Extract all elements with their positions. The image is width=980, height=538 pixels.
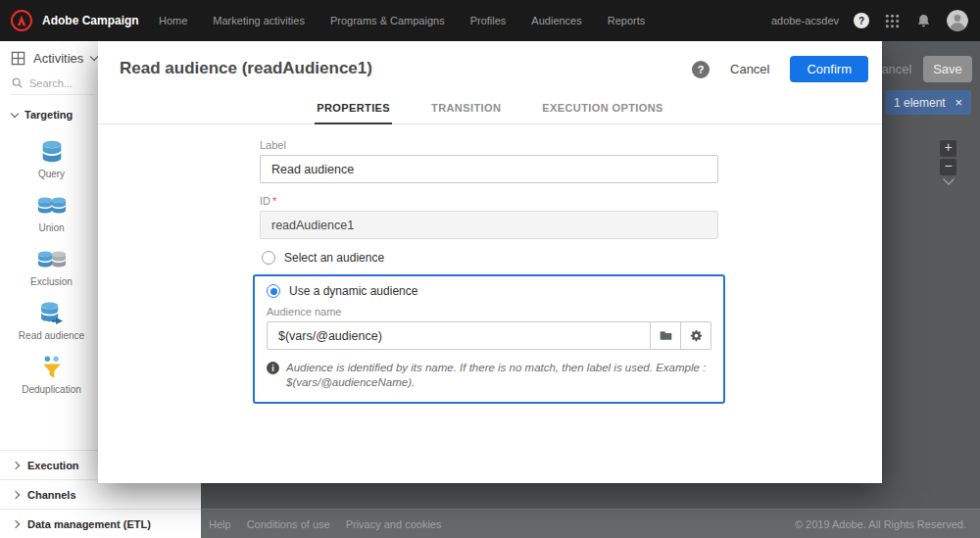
chevron-down-icon[interactable] bbox=[943, 173, 954, 184]
union-databases-icon bbox=[38, 192, 66, 220]
advanced-settings-button[interactable] bbox=[681, 321, 711, 350]
nav-home[interactable]: Home bbox=[159, 15, 187, 26]
radio-select-an-audience[interactable]: Select an audience bbox=[262, 251, 718, 265]
adobe-campaign-logo-icon bbox=[10, 9, 33, 32]
topbar-right: adobe-acsdev ? bbox=[771, 10, 980, 31]
nav-audiences[interactable]: Audiences bbox=[531, 15, 581, 26]
database-icon bbox=[38, 138, 66, 166]
close-icon[interactable]: × bbox=[955, 95, 962, 110]
user-avatar[interactable] bbox=[947, 10, 968, 31]
read-audience-database-icon bbox=[38, 300, 66, 327]
sidebar-item-read-audience[interactable]: Read audience bbox=[0, 300, 103, 341]
chevron-right-icon bbox=[12, 461, 20, 468]
help-icon[interactable]: ? bbox=[692, 61, 710, 78]
workflow-save-button[interactable]: Save bbox=[923, 56, 972, 82]
tab-properties[interactable]: PROPERTIES bbox=[315, 94, 392, 124]
audience-hint: Audience is identified by its name. If t… bbox=[267, 361, 711, 390]
item-label: Read audience bbox=[19, 330, 84, 341]
section-label: Channels bbox=[27, 489, 76, 501]
sidebar-item-union[interactable]: Union bbox=[0, 192, 103, 233]
help-icon[interactable]: ? bbox=[854, 13, 869, 28]
item-label: Union bbox=[38, 222, 64, 233]
nav-programs-campaigns[interactable]: Programs & Campaigns bbox=[330, 15, 445, 26]
item-label: Exclusion bbox=[30, 276, 73, 287]
item-label: Query bbox=[38, 169, 65, 179]
id-label-text: ID bbox=[260, 195, 270, 207]
folder-icon bbox=[659, 328, 673, 343]
dialog-header: Read audience (readAudience1) ? Cancel C… bbox=[98, 41, 882, 90]
chevron-right-icon bbox=[12, 490, 20, 498]
dialog-title: Read audience (readAudience1) bbox=[120, 59, 372, 78]
sidebar-search bbox=[11, 76, 95, 95]
footer-link-help[interactable]: Help bbox=[209, 518, 231, 530]
search-input[interactable] bbox=[29, 77, 86, 89]
canvas-zoom-controls: + − bbox=[940, 140, 956, 183]
notifications-bell-icon[interactable] bbox=[915, 13, 932, 29]
targeting-items: Query Union Exclusion Read audience bbox=[0, 124, 103, 408]
radio-label: Use a dynamic audience bbox=[289, 284, 417, 298]
confirm-button[interactable]: Confirm bbox=[790, 56, 868, 82]
topbar: Adobe Campaign Home Marketing activities… bbox=[0, 0, 980, 41]
properties-form: Label ID* Select an audience Use a dynam… bbox=[260, 139, 718, 404]
chevron-down-icon bbox=[11, 110, 19, 118]
browse-folder-button[interactable] bbox=[651, 321, 681, 350]
section-label: Data management (ETL) bbox=[27, 518, 151, 530]
deduplication-funnel-icon bbox=[38, 354, 66, 381]
avatar-icon bbox=[947, 10, 968, 31]
read-audience-dialog: Read audience (readAudience1) ? Cancel C… bbox=[98, 41, 882, 483]
nav-marketing-activities[interactable]: Marketing activities bbox=[213, 15, 305, 26]
item-label: Deduplication bbox=[22, 384, 81, 395]
id-input[interactable] bbox=[260, 211, 718, 239]
section-data-management[interactable]: Data management (ETL) bbox=[0, 509, 201, 538]
dialog-tabs: PROPERTIES TRANSITION EXECUTION OPTIONS bbox=[98, 94, 882, 124]
nav-profiles[interactable]: Profiles bbox=[470, 15, 507, 26]
search-icon bbox=[11, 76, 24, 89]
dynamic-audience-box: Use a dynamic audience Audience name bbox=[253, 274, 725, 404]
selection-count: 1 element bbox=[894, 96, 946, 110]
sidebar-title: Activities bbox=[33, 51, 83, 66]
section-label: Targeting bbox=[24, 109, 73, 121]
zoom-in-button[interactable]: + bbox=[940, 140, 956, 157]
audience-name-input[interactable] bbox=[267, 321, 651, 350]
section-label: Execution bbox=[27, 460, 79, 471]
cancel-button[interactable]: Cancel bbox=[730, 62, 769, 76]
brand-name: Adobe Campaign bbox=[42, 14, 139, 27]
gear-icon bbox=[689, 328, 704, 343]
audience-name-row bbox=[267, 321, 711, 350]
footer-link-conditions[interactable]: Conditions of use bbox=[247, 518, 330, 530]
dialog-actions: ? Cancel Confirm bbox=[692, 56, 868, 82]
sidebar-item-exclusion[interactable]: Exclusion bbox=[0, 246, 103, 287]
tab-execution-options[interactable]: EXECUTION OPTIONS bbox=[540, 94, 665, 123]
radio-checked-icon[interactable] bbox=[267, 284, 280, 298]
radio-label: Select an audience bbox=[284, 251, 384, 265]
selection-badge: 1 element × bbox=[885, 90, 971, 115]
chevron-right-icon bbox=[12, 519, 20, 527]
copyright-text: © 2019 Adobe. All Rights Reserved. bbox=[795, 518, 966, 530]
label-field-group: Label bbox=[260, 139, 718, 183]
sidebar-item-query[interactable]: Query bbox=[0, 138, 103, 179]
footer-link-privacy[interactable]: Privacy and cookies bbox=[346, 518, 442, 530]
id-field-group: ID* bbox=[260, 195, 718, 239]
exclusion-databases-icon bbox=[38, 246, 66, 273]
audience-name-label: Audience name bbox=[267, 306, 711, 318]
radio-unchecked-icon[interactable] bbox=[262, 251, 275, 265]
apps-grid-icon[interactable] bbox=[884, 13, 901, 29]
account-name: adobe-acsdev bbox=[771, 15, 839, 26]
hint-text: Audience is identified by its name. If t… bbox=[286, 361, 711, 390]
id-field-label: ID* bbox=[260, 195, 718, 207]
info-icon bbox=[267, 362, 279, 374]
top-navigation: Home Marketing activities Programs & Cam… bbox=[159, 15, 645, 26]
brand: Adobe Campaign bbox=[0, 9, 147, 32]
sidebar-item-deduplication[interactable]: Deduplication bbox=[0, 354, 103, 395]
radio-use-dynamic-audience[interactable]: Use a dynamic audience bbox=[267, 284, 711, 298]
page-footer: Help Conditions of use Privacy and cooki… bbox=[201, 509, 980, 538]
label-field-label: Label bbox=[260, 139, 718, 151]
section-channels[interactable]: Channels bbox=[0, 479, 201, 509]
required-mark: * bbox=[272, 195, 276, 207]
nav-reports[interactable]: Reports bbox=[608, 15, 646, 26]
label-input[interactable] bbox=[260, 155, 718, 183]
tab-transition[interactable]: TRANSITION bbox=[429, 94, 503, 123]
activities-grid-icon bbox=[11, 51, 25, 66]
